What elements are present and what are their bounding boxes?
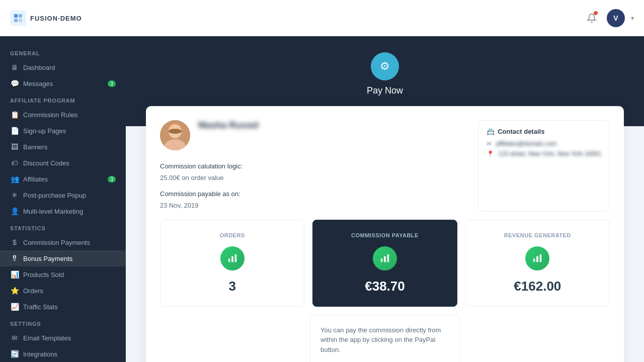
contact-address-row: 📍 123 street, New York, New York 10001 <box>487 150 601 157</box>
svg-rect-10 <box>381 258 383 262</box>
notifications-button[interactable] <box>583 9 601 27</box>
sidebar-item-icon-signup-pages: 📄 <box>10 127 19 135</box>
stat-value-revenue-generated: €162.00 <box>474 279 601 294</box>
svg-rect-14 <box>536 256 538 262</box>
sidebar-item-post-purchase-popup[interactable]: ✳Post-purchase Popup <box>0 187 126 203</box>
sidebar-item-signup-pages[interactable]: 📄Sign-up Pages <box>0 123 126 139</box>
stats-row: ORDERS 3COMMISSION PAYABLE €38.70REVENUE… <box>160 220 610 307</box>
svg-rect-12 <box>387 254 389 262</box>
content-area: ⚙ Pay Now <box>126 36 644 362</box>
sidebar-item-icon-post-purchase-popup: ✳ <box>10 191 19 199</box>
user-menu-chevron[interactable]: ▾ <box>631 15 634 22</box>
user-avatar-button[interactable]: V <box>607 9 625 27</box>
contact-email: affiliates@domain.com <box>496 140 556 147</box>
sidebar-item-icon-commission-payments: $ <box>10 238 19 246</box>
affiliate-left: Masha Russel Commission calulation logic… <box>160 120 470 212</box>
sidebar-item-messages[interactable]: 💬Messages3 <box>0 75 126 92</box>
sidebar-item-icon-integrations: 🔄 <box>10 350 19 358</box>
affiliate-avatar <box>160 120 190 150</box>
sidebar-item-left-integrations: 🔄Integrations <box>10 350 57 358</box>
sidebar-item-traffic-stats[interactable]: 📈Traffic Stats <box>0 299 126 315</box>
svg-point-6 <box>169 129 182 134</box>
affiliate-header: Masha Russel <box>160 120 470 150</box>
sidebar-item-label-banners: Banners <box>23 143 47 151</box>
sidebar-item-left-commission-payments: $Commission Payments <box>10 238 90 246</box>
sidebar-item-left-bonus-payments: 🎖Bonus Payments <box>10 254 72 262</box>
contact-icon: 📇 <box>487 128 495 135</box>
sidebar-item-icon-banners: 🖼 <box>10 143 19 151</box>
commission-logic-value: 25.00€ on order value <box>160 172 470 184</box>
contact-email-row: ✉ affiliates@domain.com <box>487 140 601 147</box>
sidebar-item-left-discount-codes: 🏷Discount Codes <box>10 159 69 167</box>
affiliate-info: Masha Russel <box>198 120 470 137</box>
sidebar: General🖥Dashboard💬Messages3Affiliate pro… <box>0 36 126 362</box>
sidebar-nav: General🖥Dashboard💬Messages3Affiliate pro… <box>0 44 126 362</box>
commission-payable-label: Commission payable as on: <box>160 188 470 200</box>
sidebar-item-left-affiliates: 👥Affiliates <box>10 175 48 183</box>
location-icon: 📍 <box>487 150 494 157</box>
sidebar-item-label-traffic-stats: Traffic Stats <box>23 303 58 311</box>
pay-now-icon[interactable]: ⚙ <box>371 52 399 80</box>
stat-card-commission-payable: COMMISSION PAYABLE €38.70 <box>312 220 457 307</box>
topbar-right: V ▾ <box>583 9 634 27</box>
stat-label-orders: ORDERS <box>169 232 296 238</box>
topbar-left: FUSION·DEMO <box>10 10 82 26</box>
main-card: Masha Russel Commission calulation logic… <box>146 106 624 362</box>
sidebar-item-orders[interactable]: ⭐Orders <box>0 283 126 299</box>
svg-rect-15 <box>540 254 542 262</box>
svg-rect-0 <box>14 14 18 18</box>
sidebar-item-icon-affiliates: 👥 <box>10 175 19 183</box>
sidebar-item-label-affiliates: Affiliates <box>23 175 48 183</box>
sidebar-badge-affiliates: 3 <box>108 176 116 183</box>
stat-card-revenue-generated: REVENUE GENERATED €162.00 <box>465 220 610 307</box>
sidebar-item-left-orders: ⭐Orders <box>10 287 43 295</box>
sidebar-item-label-bonus-payments: Bonus Payments <box>23 255 72 262</box>
sidebar-item-label-dashboard: Dashboard <box>23 64 55 71</box>
pay-now-label: Pay Now <box>367 85 403 96</box>
sidebar-item-left-products-sold: 📊Products Sold <box>10 270 64 279</box>
sidebar-item-banners[interactable]: 🖼Banners <box>0 139 126 155</box>
email-icon: ✉ <box>487 140 492 147</box>
sidebar-item-integrations[interactable]: 🔄Integrations <box>0 346 126 362</box>
sidebar-item-icon-traffic-stats: 📈 <box>10 303 19 311</box>
contact-title: 📇 Contact details <box>487 128 601 135</box>
sidebar-item-label-multi-level-marketing: Multi-level Marketing <box>23 208 83 215</box>
stat-label-commission-payable: COMMISSION PAYABLE <box>321 232 448 238</box>
sidebar-section-general: General <box>0 44 126 59</box>
sidebar-item-left-post-purchase-popup: ✳Post-purchase Popup <box>10 191 86 199</box>
commission-payable-value: 23 Nov, 2019 <box>160 200 470 211</box>
sidebar-item-affiliates[interactable]: 👥Affiliates3 <box>0 171 126 187</box>
sidebar-item-discount-codes[interactable]: 🏷Discount Codes <box>0 155 126 171</box>
svg-rect-2 <box>14 19 18 22</box>
sidebar-item-products-sold[interactable]: 📊Products Sold <box>0 266 126 283</box>
sidebar-section-statistics: Statistics <box>0 219 126 234</box>
sidebar-item-left-multi-level-marketing: 👤Multi-level Marketing <box>10 207 83 215</box>
sidebar-item-label-commission-payments: Commission Payments <box>23 239 90 246</box>
stat-card-orders: ORDERS 3 <box>160 220 304 307</box>
sidebar-item-icon-bonus-payments: 🎖 <box>10 254 19 262</box>
sidebar-item-dashboard[interactable]: 🖥Dashboard <box>0 59 126 75</box>
sidebar-item-bonus-payments[interactable]: 🎖Bonus Payments <box>0 250 126 266</box>
sidebar-item-commission-rules[interactable]: 📋Commission Rules <box>0 107 126 123</box>
stat-label-revenue-generated: REVENUE GENERATED <box>474 232 601 238</box>
sidebar-item-left-traffic-stats: 📈Traffic Stats <box>10 303 58 311</box>
sidebar-item-left-dashboard: 🖥Dashboard <box>10 63 55 71</box>
stat-icon-commission-payable <box>373 246 397 270</box>
sidebar-item-left-commission-rules: 📋Commission Rules <box>10 111 77 119</box>
sidebar-item-icon-dashboard: 🖥 <box>10 63 19 71</box>
sidebar-section-affiliate-program: Affiliate program <box>0 92 126 107</box>
logo-text: FUSION·DEMO <box>30 15 82 22</box>
sidebar-item-label-products-sold: Products Sold <box>23 271 64 279</box>
sidebar-item-multi-level-marketing[interactable]: 👤Multi-level Marketing <box>0 203 126 219</box>
svg-rect-11 <box>384 256 386 262</box>
sidebar-item-label-discount-codes: Discount Codes <box>23 159 69 167</box>
svg-rect-1 <box>19 14 22 18</box>
sidebar-item-commission-payments[interactable]: $Commission Payments <box>0 234 126 250</box>
cards-container: Masha Russel Commission calulation logic… <box>146 106 624 362</box>
sidebar-item-label-orders: Orders <box>23 287 43 295</box>
sidebar-badge-messages: 3 <box>108 80 116 87</box>
payment-info-text: You can pay the commission directly from… <box>320 325 449 355</box>
sidebar-item-email-templates[interactable]: ✉Email Templates <box>0 330 126 346</box>
sidebar-item-icon-commission-rules: 📋 <box>10 111 19 119</box>
svg-rect-3 <box>19 19 22 22</box>
